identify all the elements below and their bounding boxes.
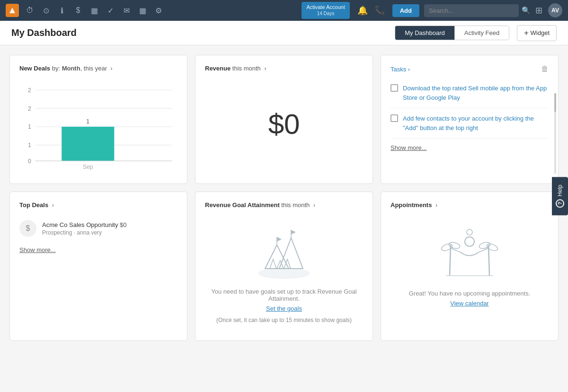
avatar[interactable]: AV <box>548 3 562 17</box>
chart-icon[interactable]: ▦ <box>135 3 150 17</box>
deal-name[interactable]: Acme Co Sales Opportunity $0 <box>42 221 178 228</box>
chart-bar <box>62 127 114 161</box>
svg-text:1: 1 <box>28 123 31 130</box>
revenue-goal-arrow-icon[interactable]: › <box>313 202 315 209</box>
add-widget-button[interactable]: + Widget <box>517 25 557 41</box>
activate-button[interactable]: Activate Account 14 Days <box>302 2 349 18</box>
new-deals-arrow-icon[interactable]: › <box>111 65 113 72</box>
svg-point-24 <box>465 237 474 246</box>
task-2-checkbox[interactable] <box>390 114 398 122</box>
appt-svg <box>436 224 503 280</box>
deal-sub: Prospecting · anna very <box>42 229 178 236</box>
revenue-goal-title: Revenue Goal Attainment this month › <box>205 201 363 209</box>
info-icon[interactable]: ℹ <box>55 3 69 17</box>
tasks-scrollbar[interactable] <box>554 93 556 174</box>
revenue-goal-empty: You need to have goals set up to track R… <box>205 216 363 331</box>
tab-activity-feed[interactable]: Activity Feed <box>455 26 509 40</box>
task-2-text: Add few contacts to your account by clic… <box>403 114 549 132</box>
task-1-text: Download the top rated Sell mobile app f… <box>403 84 549 102</box>
goal-svg <box>251 224 317 280</box>
app-logo[interactable] <box>6 4 19 17</box>
revenue-goal-note: (Once set, it can take up to 15 minutes … <box>216 317 352 323</box>
appointments-card: Appointments › <box>381 192 559 341</box>
view-calendar-link[interactable]: View calendar <box>450 300 488 307</box>
svg-text:2: 2 <box>28 105 31 112</box>
top-deals-arrow-icon[interactable]: › <box>52 202 54 209</box>
top-deals-title: Top Deals › <box>19 201 178 209</box>
page-header: My Dashboard My Dashboard Activity Feed … <box>0 21 568 45</box>
appointments-arrow-icon[interactable]: › <box>435 202 437 209</box>
revenue-goal-card: Revenue Goal Attainment this month › <box>195 192 373 341</box>
appointments-empty: Great! You have no upcoming appointments… <box>390 216 549 314</box>
tasks-scrollbar-thumb <box>554 93 556 112</box>
task-1-checkbox[interactable] <box>390 84 398 92</box>
svg-line-27 <box>450 245 451 276</box>
tab-group: My Dashboard Activity Feed <box>395 26 509 40</box>
new-deals-title: New Deals by: Month, this year › <box>19 65 178 72</box>
revenue-card: Revenue this month › $0 <box>195 55 373 184</box>
task-item-2: Add few contacts to your account by clic… <box>390 108 549 139</box>
deals-show-more[interactable]: Show more... <box>19 246 56 253</box>
mail-icon[interactable]: ✉ <box>119 3 133 17</box>
tasks-delete-icon[interactable]: 🗑 <box>541 65 549 73</box>
svg-marker-23 <box>291 230 296 235</box>
settings-icon[interactable]: ⚙ <box>151 3 166 17</box>
revenue-amount: $0 <box>205 79 363 169</box>
svg-text:0: 0 <box>28 158 31 165</box>
help-button[interactable]: ? Help <box>552 177 568 215</box>
deal-dollar-icon: $ <box>19 220 36 237</box>
appointments-empty-text: Great! You have no upcoming appointments… <box>409 290 531 297</box>
goal-illustration <box>251 224 317 282</box>
svg-text:1: 1 <box>86 118 89 125</box>
top-navigation: ⏱ ⊙ ℹ $ ▦ ✓ ✉ ▦ ⚙ Activate Account 14 Da… <box>0 0 568 21</box>
search-icon[interactable]: 🔍 <box>522 6 531 15</box>
revenue-title: Revenue this month › <box>205 65 363 72</box>
page-title: My Dashboard <box>11 27 395 38</box>
help-circle-icon: ? <box>556 199 564 208</box>
check-icon[interactable]: ✓ <box>103 3 117 17</box>
svg-text:2: 2 <box>28 87 31 94</box>
svg-text:Sep: Sep <box>83 164 93 170</box>
svg-point-14 <box>258 268 310 279</box>
top-deals-card: Top Deals › $ Acme Co Sales Opportunity … <box>9 192 187 341</box>
svg-text:1: 1 <box>28 142 31 148</box>
timer-icon[interactable]: ⏱ <box>23 3 37 17</box>
revenue-arrow-icon[interactable]: › <box>264 65 266 72</box>
notification-bell-icon[interactable]: 🔔 <box>357 5 368 16</box>
phone-icon[interactable]: 📞 <box>374 5 385 16</box>
set-goals-link[interactable]: Set the goals <box>266 305 302 312</box>
svg-marker-0 <box>9 8 15 13</box>
svg-marker-21 <box>277 237 282 242</box>
tasks-show-more[interactable]: Show more... <box>390 144 427 151</box>
plus-icon: + <box>524 29 528 37</box>
tasks-link[interactable]: Tasks › <box>390 66 410 73</box>
calendar-icon[interactable]: ▦ <box>87 3 101 17</box>
tab-my-dashboard[interactable]: My Dashboard <box>395 26 455 40</box>
deal-item: $ Acme Co Sales Opportunity $0 Prospecti… <box>19 216 178 241</box>
add-button[interactable]: Add <box>392 4 419 17</box>
appointments-illustration <box>436 224 503 282</box>
svg-point-33 <box>467 229 472 235</box>
chart-svg: 2 2 1 1 0 1 Sep <box>19 79 178 174</box>
dashboard-grid: New Deals by: Month, this year › 2 2 1 1… <box>0 45 568 350</box>
new-deals-chart: 2 2 1 1 0 1 Sep <box>19 79 178 174</box>
task-item-1: Download the top rated Sell mobile app f… <box>390 78 549 108</box>
tasks-card: Tasks › 🗑 Download the top rated Sell mo… <box>381 55 559 184</box>
new-deals-card: New Deals by: Month, this year › 2 2 1 1… <box>9 55 187 184</box>
apps-grid-icon[interactable]: ⊞ <box>535 5 542 16</box>
svg-marker-16 <box>279 238 303 269</box>
appointments-title: Appointments › <box>390 201 549 209</box>
search-input[interactable] <box>424 4 519 17</box>
activity-icon[interactable]: ⊙ <box>39 3 53 17</box>
dollar-icon[interactable]: $ <box>71 3 85 17</box>
svg-marker-17 <box>270 259 276 269</box>
tasks-header: Tasks › 🗑 <box>390 65 549 73</box>
svg-line-30 <box>488 245 489 276</box>
revenue-goal-empty-text: You need to have goals set up to track R… <box>205 288 363 302</box>
